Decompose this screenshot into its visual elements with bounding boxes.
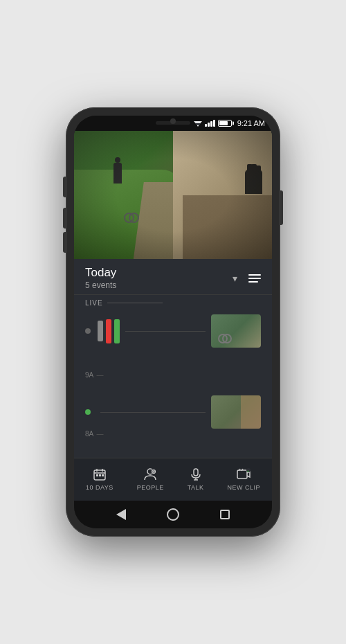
- event-dot-1: [85, 328, 91, 334]
- nav-home-icon: [167, 508, 179, 521]
- bar-green: [114, 319, 120, 343]
- event-row-1[interactable]: [85, 314, 261, 348]
- today-title: Today: [85, 266, 116, 280]
- menu-line-3: [248, 281, 258, 283]
- toolbar-talk-label: TALK: [188, 484, 204, 491]
- event-row-2[interactable]: [85, 395, 261, 429]
- nav-recents-button[interactable]: [218, 508, 232, 521]
- menu-line-1: [248, 274, 261, 276]
- battery-icon: [218, 120, 232, 127]
- chevron-down-icon[interactable]: ▾: [233, 273, 237, 284]
- toolbar-talk[interactable]: TALK: [182, 464, 210, 494]
- svg-point-2: [197, 125, 199, 127]
- status-time: 9:21 AM: [237, 119, 265, 127]
- event-thumbnail-2[interactable]: [211, 395, 261, 429]
- phone-screen: 9:21 AM Today 5 events: [74, 116, 272, 528]
- nav-bar: [74, 501, 272, 528]
- mic-icon: [188, 467, 203, 482]
- front-camera: [170, 118, 176, 124]
- bar-red: [106, 319, 111, 343]
- hand-wave: [245, 170, 262, 194]
- events-count: 5 events: [85, 280, 116, 290]
- nav-home-button[interactable]: [166, 508, 180, 521]
- svg-text:+: +: [247, 469, 250, 473]
- status-icons: 9:21 AM: [194, 119, 265, 127]
- event-line-1: [125, 331, 206, 332]
- time-label-9a: 9A —: [85, 371, 103, 379]
- live-label: LIVE: [85, 299, 163, 307]
- thumb-bike-icon: [218, 332, 232, 342]
- toolbar-people-label: PEOPLE: [137, 484, 164, 491]
- svg-rect-9: [102, 474, 104, 476]
- person-icon: [143, 467, 158, 482]
- live-line: [107, 303, 163, 303]
- event-bars-1: [98, 319, 120, 343]
- thumb-house-detail: [241, 395, 261, 429]
- bike: [124, 211, 139, 221]
- menu-line-2: [248, 278, 261, 279]
- signal-icon: [205, 120, 215, 127]
- svg-rect-8: [99, 474, 101, 476]
- bottom-toolbar: 10 DAYS PEOPLE: [74, 458, 272, 501]
- time-label-8a: 8A —: [85, 430, 103, 438]
- toolbar-newclip-label: NEW CLIP: [228, 484, 261, 491]
- toolbar-newclip[interactable]: + NEW CLIP: [222, 464, 266, 494]
- phone-frame: 9:21 AM Today 5 events: [66, 107, 280, 537]
- event-thumbnail-1[interactable]: [211, 314, 261, 348]
- bar-gray: [98, 321, 103, 341]
- header-right: ▾: [233, 273, 261, 284]
- menu-icon[interactable]: [248, 274, 261, 283]
- event-line-2: [100, 412, 206, 413]
- toolbar-10days-label: 10 DAYS: [86, 484, 113, 491]
- clip-icon: +: [236, 467, 251, 482]
- person-silhouette: [113, 163, 122, 184]
- svg-rect-7: [96, 474, 98, 476]
- bottom-panel: Today 5 events ▾ LIVE: [74, 259, 272, 501]
- nav-recents-icon: [220, 510, 230, 519]
- event-dot-2: [85, 409, 91, 415]
- today-section: Today 5 events: [85, 266, 116, 290]
- calendar-icon: [92, 467, 107, 482]
- wifi-icon: [194, 120, 202, 127]
- camera-view[interactable]: [74, 131, 272, 259]
- nav-back-button[interactable]: [114, 508, 128, 521]
- toolbar-10days[interactable]: 10 DAYS: [80, 464, 119, 494]
- svg-rect-18: [237, 470, 247, 478]
- house-porch: [183, 195, 272, 260]
- timeline-area: LIVE: [74, 295, 272, 458]
- svg-rect-15: [194, 469, 198, 476]
- camera-scene: [74, 131, 272, 259]
- nav-back-icon: [116, 509, 126, 520]
- header-row: Today 5 events ▾: [74, 259, 272, 294]
- toolbar-people[interactable]: PEOPLE: [131, 464, 170, 494]
